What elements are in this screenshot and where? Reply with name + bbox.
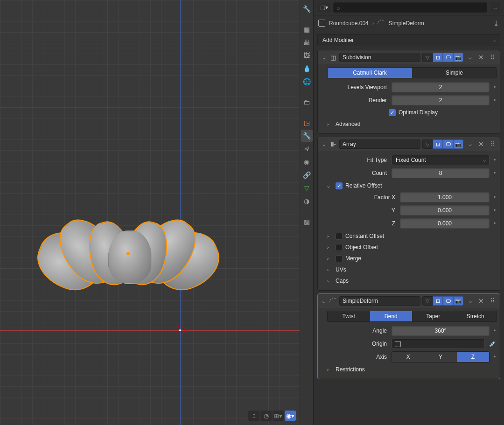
toggle-editmode-icon[interactable]: ▽ bbox=[422, 53, 433, 62]
modifiers-tab-icon[interactable]: 🔧 bbox=[301, 130, 313, 142]
axis-y[interactable]: Y bbox=[424, 352, 456, 362]
cursor-3d bbox=[175, 326, 185, 335]
subpanel-object-offset[interactable]: › ✓ Object Offset bbox=[327, 242, 497, 253]
world-tab-icon[interactable]: 🌐 bbox=[301, 76, 313, 88]
toggle-viewport-icon[interactable]: 🖵 bbox=[443, 296, 453, 306]
subpanel-merge[interactable]: › ✓ Merge bbox=[327, 253, 497, 264]
add-modifier-dropdown[interactable]: Add Modifier bbox=[317, 34, 500, 46]
toggle-render-icon[interactable]: 📷 bbox=[453, 139, 463, 149]
pin-icon[interactable]: ⤓ bbox=[493, 19, 499, 28]
tab-bend[interactable]: Bend bbox=[370, 311, 413, 321]
drag-handle-icon[interactable]: ⠿ bbox=[488, 53, 497, 62]
modifier-name-input[interactable]: Subdivision bbox=[339, 53, 420, 62]
particles-tab-icon[interactable]: ⫷ bbox=[301, 143, 313, 155]
remove-modifier-icon[interactable]: ✕ bbox=[476, 296, 486, 306]
field-factor-y[interactable]: 0.000 bbox=[400, 205, 490, 216]
subpanel-constant-offset[interactable]: › ✓ Constant Offset bbox=[327, 230, 497, 242]
object-picker-icon bbox=[395, 341, 401, 347]
toggle-editmode-icon[interactable]: ▽ bbox=[422, 296, 433, 306]
label-factor-z: Z bbox=[336, 220, 397, 227]
modifier-icon bbox=[378, 20, 385, 27]
breadcrumb-modifier[interactable]: SimpleDeform bbox=[389, 20, 424, 27]
checkbox-object-offset[interactable]: ✓ bbox=[336, 244, 343, 251]
axis-x[interactable]: X bbox=[392, 352, 424, 362]
scene-tab-icon[interactable]: 💧 bbox=[301, 63, 313, 75]
viewlayer-tab-icon[interactable]: 🖼 bbox=[301, 49, 313, 62]
axis-z[interactable]: Z bbox=[457, 352, 489, 362]
modifier-header[interactable]: ⌵ ⊪ Array ▽ ⊡ 🖵 📷 ⌵ ✕ ⠿ bbox=[318, 137, 500, 151]
toggle-render-icon[interactable]: 📷 bbox=[453, 296, 463, 306]
viewport-3d[interactable]: ↥ ◔ ⊞▾ ◉▾ bbox=[0, 0, 300, 425]
tool-tab-icon[interactable]: 🔧 bbox=[301, 3, 313, 15]
collapse-icon[interactable]: ⌵ bbox=[321, 55, 327, 60]
physics-tab-icon[interactable]: ◉ bbox=[301, 156, 313, 168]
modifier-menu-icon[interactable]: ⌵ bbox=[465, 139, 475, 149]
toggle-render-icon[interactable]: 📷 bbox=[453, 53, 463, 62]
toggle-viewport-icon[interactable]: 🖵 bbox=[443, 53, 453, 62]
modifier-name-input[interactable]: SimpleDeform bbox=[339, 296, 420, 306]
modifier-name-input[interactable]: Array bbox=[339, 139, 420, 149]
subpanel-caps[interactable]: ›Caps bbox=[327, 275, 497, 286]
texture-tab-icon[interactable]: ▩ bbox=[301, 216, 313, 228]
constraints-tab-icon[interactable]: 🔗 bbox=[301, 169, 313, 181]
checkbox-relative-offset[interactable]: ✓ bbox=[336, 182, 343, 189]
field-factor-z[interactable]: 0.000 bbox=[400, 218, 490, 229]
shading-mode-icon[interactable]: ◉▾ bbox=[285, 411, 296, 421]
subpanel-uvs[interactable]: ›UVs bbox=[327, 264, 497, 275]
field-levels-viewport[interactable]: 2 bbox=[392, 82, 490, 92]
eyedropper-icon[interactable]: 💉 bbox=[488, 339, 497, 349]
modifier-header[interactable]: ⌵ ◫ Subdivision ▽ ⊡ 🖵 📷 ⌵ ✕ ⠿ bbox=[318, 50, 500, 64]
render-tab-icon[interactable]: ▦ bbox=[301, 23, 313, 35]
checkbox-constant-offset[interactable]: ✓ bbox=[336, 233, 343, 240]
remove-modifier-icon[interactable]: ✕ bbox=[476, 139, 486, 149]
object-tab-icon[interactable]: ◳ bbox=[301, 117, 313, 129]
label-fit-type: Fit Type bbox=[327, 157, 389, 163]
checkbox-merge[interactable]: ✓ bbox=[336, 255, 343, 262]
selected-object-roundcube[interactable] bbox=[44, 219, 212, 303]
editor-type-switcher[interactable]: ⬚▾ bbox=[317, 3, 330, 12]
material-tab-icon[interactable]: ◑ bbox=[301, 195, 313, 207]
transform-orientation-icon[interactable]: ↥ bbox=[248, 411, 259, 421]
toggle-editmode-icon[interactable]: ▽ bbox=[422, 139, 433, 149]
tab-taper[interactable]: Taper bbox=[412, 311, 455, 321]
breadcrumb-object[interactable]: Roundcube.004 bbox=[329, 20, 369, 27]
field-origin[interactable] bbox=[392, 339, 485, 349]
collection-tab-icon[interactable]: 🗀 bbox=[301, 96, 313, 108]
label-factor-x: Factor X bbox=[336, 194, 397, 201]
field-factor-x[interactable]: 1.000 bbox=[400, 192, 490, 202]
modifier-header[interactable]: ⌵ SimpleDeform ▽ ⊡ 🖵 📷 ⌵ ✕ ⠿ bbox=[318, 294, 500, 308]
output-tab-icon[interactable]: 🖶 bbox=[301, 36, 313, 49]
drag-handle-icon[interactable]: ⠿ bbox=[488, 139, 497, 149]
subpanel-relative-offset[interactable]: ⌵ ✓ Relative Offset bbox=[327, 180, 497, 191]
field-count[interactable]: 8 bbox=[392, 168, 490, 178]
modifier-array: ⌵ ⊪ Array ▽ ⊡ 🖵 📷 ⌵ ✕ ⠿ Fit Type Fixed C… bbox=[317, 137, 500, 291]
search-input[interactable]: ⌕ bbox=[333, 2, 487, 13]
subpanel-restrictions[interactable]: ›Restrictions bbox=[327, 364, 497, 375]
collapse-icon[interactable]: ⌵ bbox=[321, 299, 327, 304]
tab-twist[interactable]: Twist bbox=[328, 311, 370, 321]
dropdown-fit-type[interactable]: Fixed Count bbox=[392, 155, 490, 165]
x-axis-line bbox=[0, 330, 300, 331]
label-render: Render bbox=[327, 97, 389, 104]
remove-modifier-icon[interactable]: ✕ bbox=[476, 53, 486, 62]
options-dropdown-icon[interactable]: ⌵ bbox=[490, 2, 500, 13]
toggle-viewport-icon[interactable]: 🖵 bbox=[443, 139, 453, 149]
subpanel-advanced[interactable]: ›Advanced bbox=[327, 118, 497, 130]
modifier-menu-icon[interactable]: ⌵ bbox=[465, 296, 475, 306]
tab-catmull-clark[interactable]: Catmull-Clark bbox=[328, 68, 412, 78]
drag-handle-icon[interactable]: ⠿ bbox=[488, 296, 497, 306]
field-render[interactable]: 2 bbox=[392, 95, 490, 105]
field-angle[interactable]: 360° bbox=[392, 326, 490, 336]
snap-icon[interactable]: ◔ bbox=[260, 411, 272, 421]
toggle-cage-icon[interactable]: ⊡ bbox=[433, 53, 443, 62]
tab-stretch[interactable]: Stretch bbox=[455, 311, 497, 321]
tab-simple[interactable]: Simple bbox=[412, 68, 497, 78]
subdivision-icon: ◫ bbox=[329, 53, 337, 62]
toggle-cage-icon[interactable]: ⊡ bbox=[433, 139, 443, 149]
proportional-edit-icon[interactable]: ⊞▾ bbox=[273, 411, 284, 421]
modifier-menu-icon[interactable]: ⌵ bbox=[465, 53, 475, 62]
mesh-tab-icon[interactable]: ▽ bbox=[301, 182, 313, 194]
toggle-cage-icon[interactable]: ⊡ bbox=[433, 296, 443, 306]
checkbox-optimal-display[interactable]: ✓ bbox=[389, 109, 396, 116]
collapse-icon[interactable]: ⌵ bbox=[321, 142, 327, 147]
